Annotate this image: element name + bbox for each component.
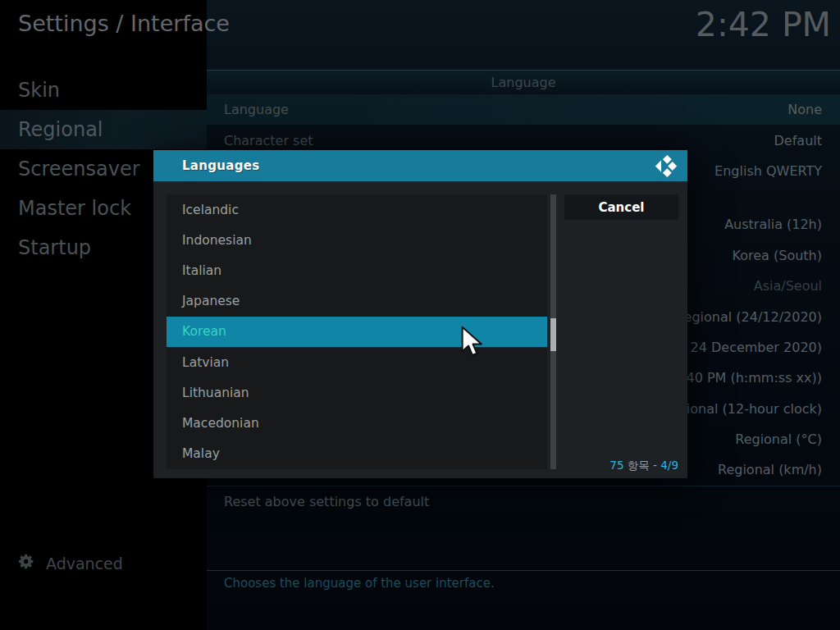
page-title: Settings / Interface xyxy=(18,11,230,36)
setting-value: Regional (°C) xyxy=(735,431,822,447)
setting-value: Regional (24/12/2020) xyxy=(675,309,822,325)
setting-value: Asia/Seoul xyxy=(754,278,822,294)
language-label: Latvian xyxy=(182,355,229,370)
language-label: Icelandic xyxy=(182,203,239,217)
cancel-button[interactable]: Cancel xyxy=(564,194,678,220)
sidebar-item-label: Master lock xyxy=(18,197,131,220)
language-list-item[interactable]: Indonesian xyxy=(167,225,547,255)
category-header: Language xyxy=(207,70,840,94)
sidebar-item-label: Regional xyxy=(18,118,103,141)
language-list-item[interactable]: Korean xyxy=(167,317,547,347)
sidebar-item-label: Skin xyxy=(18,79,60,102)
info-divider xyxy=(207,570,840,571)
setting-value: English QWERTY xyxy=(714,163,822,179)
dialog-title: Languages xyxy=(182,158,259,173)
language-label: Indonesian xyxy=(182,233,252,248)
sidebar-item[interactable]: Regional xyxy=(0,110,207,149)
settings-level-toggle[interactable]: Advanced xyxy=(18,553,123,573)
list-scrollbar[interactable] xyxy=(550,194,556,469)
advanced-label: Advanced xyxy=(46,555,123,573)
language-label: Korean xyxy=(182,324,226,339)
setting-description: Chooses the language of the user interfa… xyxy=(224,576,495,591)
languages-dialog: Languages Icelandic Indonesian Italian J… xyxy=(153,150,687,478)
setting-value: Regional (km/h) xyxy=(718,462,822,477)
language-list: Icelandic Indonesian Italian Japanese Ko… xyxy=(167,194,547,469)
gear-icon xyxy=(18,553,35,573)
clock: 2:42 PM xyxy=(696,5,831,44)
setting-value: Australia (12h) xyxy=(724,217,822,232)
language-label: Macedonian xyxy=(182,416,259,431)
reset-settings-button[interactable]: Reset above settings to default xyxy=(207,486,840,517)
language-label: Lithuanian xyxy=(182,386,249,400)
dialog-header: Languages xyxy=(153,150,687,181)
setting-label: Language xyxy=(224,102,289,117)
list-position-indicator: 75 항목 - 4/9 xyxy=(609,459,678,473)
language-list-item[interactable]: Icelandic xyxy=(167,194,547,225)
mouse-cursor xyxy=(456,325,484,363)
language-label: Malay xyxy=(182,446,220,461)
settings-row[interactable]: Language None xyxy=(207,94,840,125)
item-count: 75 xyxy=(609,459,623,472)
language-label: Japanese xyxy=(182,294,240,308)
setting-value: None xyxy=(788,102,822,117)
setting-value: Default xyxy=(774,133,822,148)
language-label: Italian xyxy=(182,263,221,278)
language-list-item[interactable]: Latvian xyxy=(167,347,547,377)
language-list-item[interactable]: Lithuanian xyxy=(167,377,547,408)
setting-label: Character set xyxy=(224,133,313,148)
language-list-item[interactable]: Macedonian xyxy=(167,409,547,439)
language-list-item[interactable]: Japanese xyxy=(167,286,547,317)
sidebar-item[interactable]: Skin xyxy=(0,71,207,110)
page-position: 4/9 xyxy=(660,459,678,472)
setting-value: Korea (South) xyxy=(733,248,822,263)
language-list-item[interactable]: Malay xyxy=(167,439,547,469)
sidebar-item-label: Startup xyxy=(18,236,91,259)
kodi-logo-icon xyxy=(654,154,678,178)
scrollbar-thumb[interactable] xyxy=(550,318,556,351)
language-list-item[interactable]: Italian xyxy=(167,255,547,285)
items-word: 항목 - xyxy=(624,459,661,472)
sidebar-item-label: Screensaver xyxy=(18,158,140,180)
